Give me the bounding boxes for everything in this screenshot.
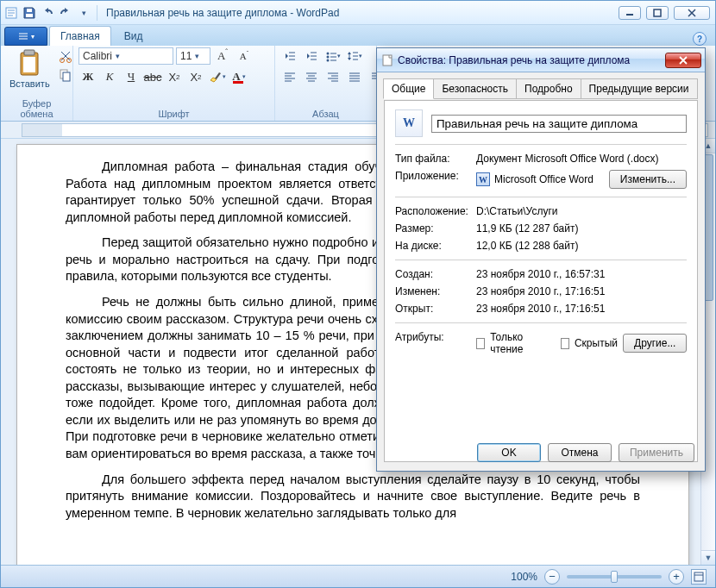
line-spacing-button[interactable]: ▾: [345, 47, 364, 65]
tab-previous-versions[interactable]: Предыдущие версии: [581, 78, 698, 99]
paste-button[interactable]: Вставить: [6, 47, 53, 91]
maximize-button[interactable]: [646, 6, 669, 20]
minimize-button[interactable]: [619, 6, 641, 20]
zoom-in-button[interactable]: +: [669, 569, 684, 585]
font-size-combo[interactable]: 11▾: [176, 47, 210, 65]
superscript-button[interactable]: X2: [186, 68, 205, 85]
align-justify-button[interactable]: [345, 68, 364, 85]
save-icon[interactable]: [21, 4, 38, 22]
tab-home[interactable]: Главная: [49, 26, 111, 46]
label-hidden: Скрытый: [575, 337, 618, 349]
chevron-down-icon: ▾: [195, 52, 199, 60]
value-location: D:\Статьи\Услуги: [476, 205, 687, 217]
redo-icon[interactable]: [57, 4, 74, 22]
group-font-label: Шрифт: [79, 107, 269, 121]
clipboard-icon: [16, 49, 43, 77]
font-name-value: Calibri: [83, 50, 112, 62]
dialog-tabs: Общие Безопасность Подробно Предыдущие в…: [383, 78, 697, 99]
docx-icon: W: [395, 109, 423, 137]
subscript-button[interactable]: X2: [165, 68, 184, 85]
undo-icon[interactable]: [39, 4, 56, 22]
help-icon[interactable]: ?: [693, 32, 707, 46]
copy-icon[interactable]: [57, 66, 74, 84]
file-menu-button[interactable]: ▾: [4, 27, 47, 46]
label-attributes: Атрибуты:: [395, 331, 476, 355]
properties-dialog: Свойства: Правильная речь на защите дипл…: [376, 47, 706, 472]
increase-indent-button[interactable]: [302, 47, 321, 65]
font-size-value: 11: [180, 50, 192, 62]
close-button[interactable]: [674, 6, 710, 20]
svg-rect-4: [26, 14, 33, 17]
bold-button[interactable]: Ж: [79, 68, 97, 85]
svg-rect-13: [23, 57, 35, 72]
label-sizeondisk: На диске:: [395, 240, 476, 252]
zoom-slider[interactable]: [567, 575, 662, 579]
paragraph: Для большего эффекта перед началом высту…: [66, 472, 640, 522]
tab-security[interactable]: Безопасность: [433, 78, 517, 99]
highlight-button[interactable]: ▾: [208, 68, 227, 85]
svg-point-14: [60, 59, 64, 63]
font-color-button[interactable]: A▾: [229, 68, 248, 85]
separator: [97, 5, 97, 21]
viewmode-icon[interactable]: [691, 569, 707, 585]
status-bar: 100% − +: [1, 565, 715, 587]
apply-button[interactable]: Применить: [619, 443, 694, 462]
svg-point-26: [327, 59, 330, 62]
underline-button[interactable]: Ч: [122, 68, 141, 85]
svg-rect-17: [63, 72, 70, 81]
advanced-attributes-button[interactable]: Другие...: [623, 334, 687, 353]
svg-rect-7: [654, 9, 661, 16]
grow-font-button[interactable]: Aˆ: [213, 47, 232, 65]
scroll-down-icon[interactable]: ▼: [701, 550, 715, 565]
zoom-out-button[interactable]: −: [544, 569, 560, 585]
label-location: Расположение:: [395, 205, 476, 217]
tab-general[interactable]: Общие: [383, 78, 434, 99]
svg-point-15: [66, 59, 71, 63]
chevron-down-icon: ▾: [116, 52, 120, 60]
checkbox-hidden[interactable]: [561, 338, 569, 349]
app-icon: [3, 4, 20, 22]
svg-rect-56: [383, 55, 392, 66]
qat-dropdown-icon[interactable]: ▾: [75, 4, 92, 22]
italic-button[interactable]: К: [100, 68, 119, 85]
strike-button[interactable]: abc: [143, 68, 162, 85]
svg-rect-5: [27, 9, 32, 12]
checkbox-readonly[interactable]: [476, 338, 485, 349]
label-app: Приложение:: [395, 170, 476, 189]
cut-icon[interactable]: [57, 47, 74, 65]
svg-point-25: [327, 56, 330, 59]
align-right-button[interactable]: [323, 68, 342, 85]
value-app: Microsoft Office Word: [494, 173, 594, 185]
window-title: Правильная речь на защите диплома - Word…: [106, 7, 339, 19]
ribbon-tabs: ▾ Главная Вид ?: [1, 25, 715, 46]
tab-view[interactable]: Вид: [113, 26, 154, 46]
align-left-button[interactable]: [280, 68, 299, 85]
value-size: 11,9 КБ (12 287 байт): [476, 222, 687, 235]
paste-label: Вставить: [9, 78, 50, 89]
group-paragraph-label: Абзац: [280, 107, 371, 121]
value-created: 23 ноября 2010 г., 16:57:31: [476, 268, 687, 280]
ok-button[interactable]: OK: [477, 443, 541, 462]
label-accessed: Открыт:: [395, 303, 476, 315]
change-app-button[interactable]: Изменить...: [609, 170, 687, 189]
cancel-button[interactable]: Отмена: [548, 443, 612, 462]
dialog-title: Свойства: Правильная речь на защите дипл…: [398, 54, 630, 66]
doc-small-icon: [380, 53, 394, 67]
tab-details[interactable]: Подробно: [516, 78, 581, 99]
dialog-titlebar[interactable]: Свойства: Правильная речь на защите дипл…: [377, 48, 705, 72]
label-size: Размер:: [395, 222, 476, 235]
label-created: Создан:: [395, 268, 476, 280]
dialog-close-button[interactable]: [665, 53, 701, 68]
font-name-combo[interactable]: Calibri▾: [79, 47, 173, 65]
value-sizeondisk: 12,0 КБ (12 288 байт): [476, 240, 687, 252]
bullets-button[interactable]: ▾: [323, 47, 342, 65]
filename-input[interactable]: [431, 115, 687, 133]
label-readonly: Только чтение: [490, 331, 541, 355]
svg-point-24: [327, 53, 330, 55]
align-center-button[interactable]: [302, 68, 321, 85]
shrink-font-button[interactable]: Aˇ: [235, 47, 254, 65]
svg-rect-12: [24, 50, 35, 55]
value-accessed: 23 ноября 2010 г., 17:16:51: [476, 303, 687, 315]
decrease-indent-button[interactable]: [280, 47, 299, 65]
zoom-value: 100%: [511, 571, 537, 583]
